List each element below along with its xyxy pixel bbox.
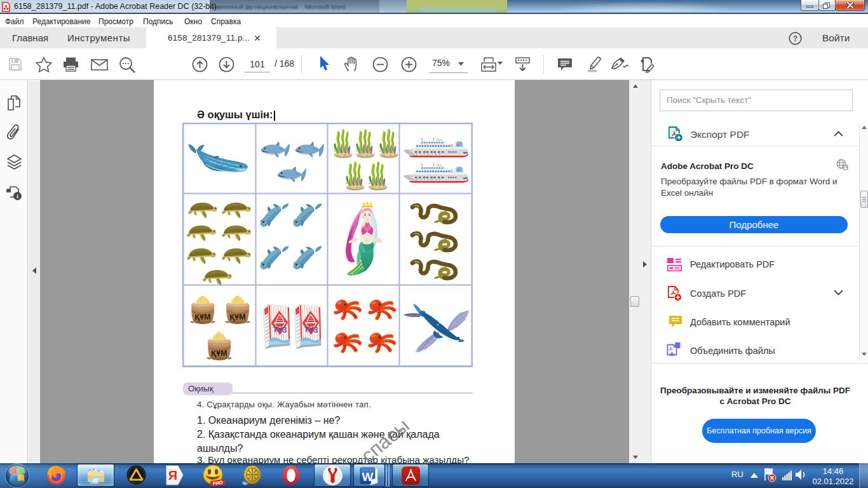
svg-text:Я: Я xyxy=(168,468,177,482)
svg-text:?: ? xyxy=(793,34,797,43)
svg-text:PRO: PRO xyxy=(212,480,224,486)
